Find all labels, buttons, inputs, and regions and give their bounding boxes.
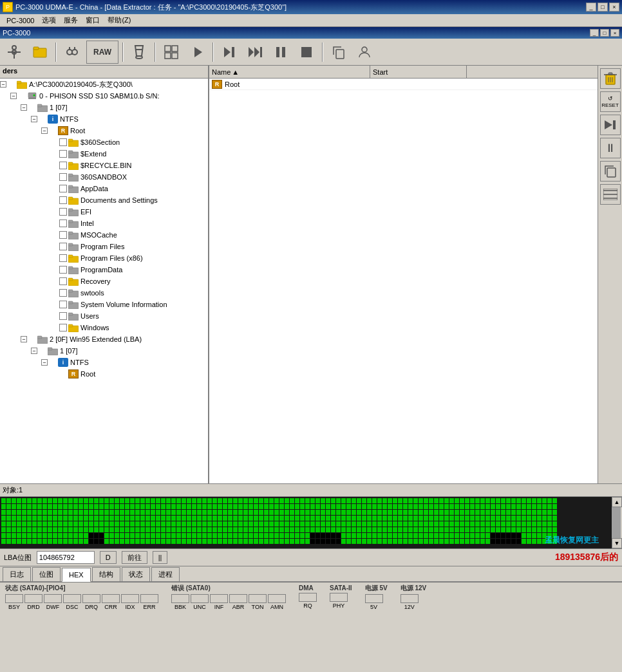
lba-d-button[interactable]: D (100, 551, 117, 564)
toolbar-raw-button[interactable]: RAW (86, 41, 118, 64)
tree-expand-button[interactable]: − (41, 127, 48, 134)
tree-item[interactable]: Recovery (0, 275, 208, 287)
tree-checkbox[interactable] (59, 277, 67, 285)
tree-item[interactable]: System Volume Information (0, 299, 208, 310)
tree-checkbox[interactable] (59, 196, 67, 204)
tab-log[interactable]: 日志 (3, 567, 31, 581)
tree-item[interactable]: − A:\PC3000\20190405-东芝Q300\ (0, 79, 208, 90)
tree-item[interactable]: −iNTFS (0, 357, 208, 368)
tree-item[interactable]: −iNTFS (0, 113, 208, 125)
tree-checkbox[interactable] (59, 162, 67, 169)
tree-item[interactable]: ProgramData (0, 264, 208, 275)
lba-input[interactable] (37, 551, 95, 564)
tab-bitmap[interactable]: 位图 (32, 567, 61, 581)
sector-cell (6, 498, 11, 503)
tree-item[interactable]: swtools (0, 287, 208, 299)
toolbar-grid-button[interactable] (160, 41, 183, 64)
tab-hex[interactable]: HEX (62, 568, 91, 582)
toolbar-stop-button[interactable] (295, 41, 318, 64)
sidebar-reset-button[interactable]: ↺ RESET (600, 91, 621, 112)
tree-expand-button[interactable]: − (21, 336, 27, 342)
menu-service[interactable]: 服务 (60, 14, 82, 26)
tree-item[interactable]: AppData (0, 183, 208, 194)
tree-checkbox[interactable] (59, 243, 67, 250)
sub-close-button[interactable]: × (610, 29, 619, 37)
tree-item[interactable]: Users (0, 310, 208, 322)
tree-item[interactable]: Program Files (0, 241, 208, 252)
sidebar-pause-button[interactable]: ⏸ (600, 138, 621, 158)
tree-item[interactable]: 360SANDBOX (0, 171, 208, 183)
scroll-down-button[interactable]: ▼ (612, 538, 622, 548)
tree-checkbox[interactable] (59, 185, 67, 192)
sidebar-step-button[interactable] (600, 115, 621, 135)
tree-item[interactable]: $RECYCLE.BIN (0, 160, 208, 171)
tree-checkbox[interactable] (59, 301, 67, 308)
scroll-up-button[interactable]: ▲ (612, 497, 622, 507)
menu-window[interactable]: 窗口 (82, 14, 104, 26)
tree-checkbox[interactable] (59, 289, 67, 297)
sidebar-trash-button[interactable] (600, 68, 621, 89)
minimize-button[interactable]: _ (586, 3, 596, 12)
scroll-thumb[interactable] (612, 507, 621, 538)
file-row[interactable]: R Root (209, 79, 598, 90)
col-header-name[interactable]: Name ▲ (209, 66, 370, 78)
toolbar-user-button[interactable] (353, 41, 376, 64)
tree-expand-button[interactable]: − (0, 81, 6, 88)
tree-item[interactable]: − 2 [0F] Win95 Extended (LBA) (0, 333, 208, 345)
sub-minimize-button[interactable]: _ (590, 29, 599, 37)
tree-expand-button[interactable]: − (31, 116, 37, 122)
tab-structure[interactable]: 结构 (92, 567, 120, 581)
toolbar-open-button[interactable] (28, 41, 52, 64)
sub-maximize-button[interactable]: □ (600, 29, 609, 37)
tree-item[interactable]: $360Section (0, 136, 208, 148)
toolbar-copy-button[interactable] (327, 41, 350, 64)
col-header-start[interactable]: Start (370, 66, 467, 78)
tree-expand-button[interactable]: − (31, 348, 37, 354)
maximize-button[interactable]: □ (598, 3, 608, 12)
tree-checkbox[interactable] (59, 150, 67, 158)
tree-checkbox[interactable] (59, 266, 67, 274)
tree-checkbox[interactable] (59, 208, 67, 216)
tree-item[interactable]: Documents and Settings (0, 194, 208, 206)
sidebar-grid-button[interactable] (600, 184, 621, 205)
tab-process[interactable]: 进程 (151, 567, 180, 581)
tree-checkbox[interactable] (59, 254, 67, 262)
tree-item[interactable]: −RRoot (0, 125, 208, 136)
menu-help[interactable]: 帮助(Z) (104, 14, 135, 26)
lba-forward-button[interactable]: 前往 (122, 551, 147, 564)
close-button[interactable]: × (609, 3, 619, 12)
sidebar-copy-button[interactable] (600, 161, 621, 182)
tree-item[interactable]: Program Files (x86) (0, 252, 208, 264)
toolbar-search-button[interactable] (61, 41, 84, 64)
tree-checkbox[interactable] (59, 324, 67, 331)
tree-expand-button[interactable]: − (41, 359, 48, 366)
tree-item[interactable]: $Extend (0, 148, 208, 160)
tab-status[interactable]: 状态 (122, 567, 150, 581)
toolbar-arrow-button[interactable] (185, 41, 209, 64)
toolbar-cup-button[interactable] (127, 41, 151, 64)
tree-item[interactable]: EFI (0, 206, 208, 218)
tree-item[interactable]: − 1 [07] (0, 102, 208, 113)
tree-checkbox[interactable] (59, 312, 67, 320)
lba-pause-button[interactable]: || (153, 551, 168, 564)
menu-options[interactable]: 选项 (38, 14, 60, 26)
tree-expand-button[interactable]: − (10, 93, 17, 99)
tree-item[interactable]: RRoot (0, 368, 208, 380)
tree-expand-button[interactable]: − (21, 104, 27, 111)
sector-map-scrollbar[interactable]: ▲ ▼ (612, 497, 622, 548)
tree-item[interactable]: MSOCache (0, 229, 208, 241)
tree-item[interactable]: Windows (0, 322, 208, 333)
toolbar-fast-forward-button[interactable] (243, 41, 267, 64)
menu-app-name[interactable]: PC-3000 (3, 15, 38, 26)
tree-checkbox[interactable] (59, 173, 67, 181)
sector-cell (197, 510, 202, 515)
toolbar-settings-button[interactable] (3, 41, 26, 64)
tree-item[interactable]: − 1 [07] (0, 345, 208, 357)
toolbar-play-button[interactable] (218, 41, 241, 64)
tree-checkbox[interactable] (59, 219, 67, 227)
tree-checkbox[interactable] (59, 138, 67, 146)
tree-item[interactable]: − 0 - PHISON SSD S10 SABM10.b S/N: (0, 90, 208, 102)
tree-item[interactable]: Intel (0, 218, 208, 229)
toolbar-pause-button[interactable] (269, 41, 292, 64)
tree-checkbox[interactable] (59, 231, 67, 239)
